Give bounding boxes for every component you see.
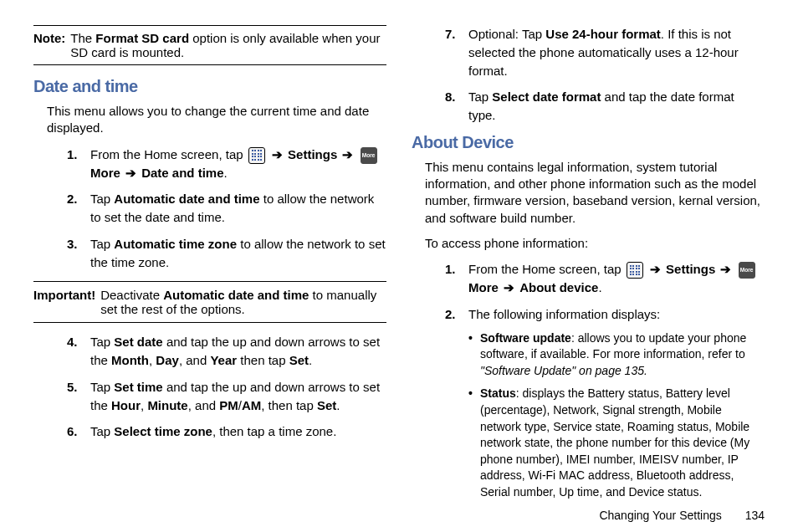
important-text: Deactivate Automatic date and time to ma… bbox=[100, 288, 386, 316]
intro-about-b: To access phone information: bbox=[425, 235, 765, 252]
arrow-icon: ➔ bbox=[272, 147, 283, 161]
heading-about-device: About Device bbox=[412, 133, 765, 152]
step-2: 2. Tap Automatic date and time to allow … bbox=[67, 190, 386, 227]
more-tab-icon: More bbox=[361, 147, 377, 164]
footer-title: Changing Your Settings bbox=[599, 509, 721, 522]
more-tab-icon: More bbox=[739, 262, 755, 279]
info-sublist: • Software update: allows you to update … bbox=[468, 330, 765, 501]
right-column: 7. Optional: Tap Use 24-hour format. If … bbox=[412, 25, 765, 515]
step-d2: 2. The following information displays: •… bbox=[445, 305, 765, 508]
step-8: 8. Tap Select date format and tap the da… bbox=[445, 88, 765, 125]
page-footer: Changing Your Settings 134 bbox=[599, 509, 765, 522]
arrow-icon: ➔ bbox=[720, 262, 731, 276]
left-column: Note: The Format SD card option is only … bbox=[33, 25, 386, 515]
sub-status: • Status: displays the Battery status, B… bbox=[468, 386, 765, 500]
important-box: Important! Deactivate Automatic date and… bbox=[33, 281, 386, 323]
intro-about-a: This menu contains legal information, sy… bbox=[425, 159, 765, 227]
sub-software-update: • Software update: allows you to update … bbox=[468, 330, 765, 380]
steps-list-c: 7. Optional: Tap Use 24-hour format. If … bbox=[445, 25, 765, 125]
intro-date-time: This menu allows you to change the curre… bbox=[47, 103, 386, 137]
note-label: Note: bbox=[33, 31, 65, 59]
footer-page-number: 134 bbox=[745, 509, 765, 522]
apps-grid-icon bbox=[627, 262, 643, 279]
step-5: 5. Tap Set time and tap the up and down … bbox=[67, 378, 386, 415]
step-3: 3. Tap Automatic time zone to allow the … bbox=[67, 235, 386, 272]
heading-date-and-time: Date and time bbox=[33, 77, 386, 96]
arrow-icon: ➔ bbox=[504, 280, 514, 294]
steps-list-d: 1. From the Home screen, tap ➔ Settings … bbox=[445, 260, 765, 507]
arrow-icon: ➔ bbox=[342, 147, 353, 161]
step-7: 7. Optional: Tap Use 24-hour format. If … bbox=[445, 25, 765, 79]
note-box: Note: The Format SD card option is only … bbox=[33, 25, 386, 65]
step-4: 4. Tap Set date and tap the up and down … bbox=[67, 333, 386, 370]
step-6: 6. Tap Select time zone, then tap a time… bbox=[67, 422, 386, 441]
arrow-icon: ➔ bbox=[650, 262, 661, 276]
arrow-icon: ➔ bbox=[125, 166, 136, 180]
note-text: The Format SD card option is only availa… bbox=[70, 31, 386, 59]
step-d1: 1. From the Home screen, tap ➔ Settings … bbox=[445, 260, 765, 297]
steps-list-a: 1. From the Home screen, tap ➔ Settings … bbox=[67, 146, 386, 272]
steps-list-b: 4. Tap Set date and tap the up and down … bbox=[67, 333, 386, 441]
apps-grid-icon bbox=[248, 147, 265, 164]
important-label: Important! bbox=[33, 288, 95, 316]
step-1: 1. From the Home screen, tap ➔ Settings … bbox=[67, 146, 386, 182]
